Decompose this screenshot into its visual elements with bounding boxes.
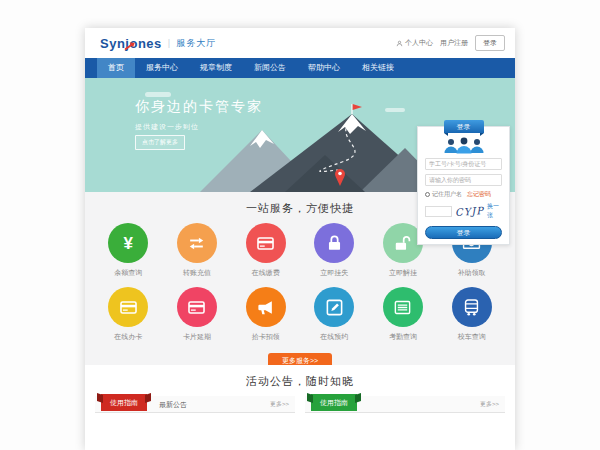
service-label: 拾卡招领 — [252, 332, 280, 342]
register-link[interactable]: 用户注册 — [440, 38, 468, 48]
megaphone-icon[interactable] — [246, 287, 286, 327]
service-item-0[interactable]: ¥余额查询 — [94, 223, 163, 278]
desktop-background: Synjones | 服务大厅 个人中心 用户注册 登录 首页服务中心规章制度新… — [0, 0, 600, 450]
hero-banner: 你身边的卡管专家 提供建设一步到位 点击了解更多 登录 记住用户名 忘记密码 — [85, 78, 515, 192]
login-panel: 登录 记住用户名 忘记密码 CYJP 换一张 登录 — [417, 126, 510, 245]
guide-panel: 使用指南 最新公告 更多>> — [95, 396, 295, 413]
login-tab[interactable]: 登录 — [444, 120, 484, 133]
lock-icon[interactable] — [314, 223, 354, 263]
header-links: 个人中心 用户注册 登录 — [396, 28, 505, 58]
service-item-11[interactable]: 校车查询 — [437, 287, 506, 342]
remember-label: 记住用户名 — [432, 190, 462, 199]
password-input[interactable] — [425, 174, 502, 186]
users-avatar-icon — [442, 137, 486, 154]
service-label: 补助领取 — [458, 268, 486, 278]
nav-item-3[interactable]: 新闻公告 — [243, 58, 297, 78]
nav-item-5[interactable]: 相关链接 — [351, 58, 405, 78]
logo[interactable]: Synjones | 服务大厅 — [100, 28, 216, 58]
captcha-image[interactable]: CYJP — [455, 205, 485, 218]
cloud-shape — [145, 92, 171, 97]
main-nav: 首页服务中心规章制度新闻公告帮助中心相关链接 — [85, 58, 515, 78]
nav-item-4[interactable]: 帮助中心 — [297, 58, 351, 78]
card-icon[interactable] — [108, 287, 148, 327]
remember-checkbox[interactable] — [425, 192, 430, 197]
captcha-refresh-link[interactable]: 换一张 — [487, 202, 502, 220]
yuan-icon[interactable]: ¥ — [108, 223, 148, 263]
service-label: 考勤查询 — [389, 332, 417, 342]
personal-center-label: 个人中心 — [405, 38, 433, 48]
captcha-input[interactable] — [425, 206, 452, 217]
browser-page: Synjones | 服务大厅 个人中心 用户注册 登录 首页服务中心规章制度新… — [85, 28, 515, 450]
nav-item-2[interactable]: 规章制度 — [189, 58, 243, 78]
list-icon[interactable] — [383, 287, 423, 327]
nav-item-0[interactable]: 首页 — [97, 58, 135, 78]
service-item-6[interactable]: 在线办卡 — [94, 287, 163, 342]
service-item-7[interactable]: 卡片延期 — [163, 287, 232, 342]
personal-center-link[interactable]: 个人中心 — [396, 38, 433, 48]
service-label: 余额查询 — [114, 268, 142, 278]
register-label: 用户注册 — [440, 38, 468, 48]
guide-tab-2[interactable]: 使用指南 — [311, 394, 357, 411]
service-item-2[interactable]: 在线缴费 — [231, 223, 300, 278]
login-submit-button[interactable]: 登录 — [425, 226, 502, 239]
transfer-icon[interactable] — [177, 223, 217, 263]
service-item-1[interactable]: 转账充值 — [163, 223, 232, 278]
service-item-10[interactable]: 考勤查询 — [369, 287, 438, 342]
service-label: 在线办卡 — [114, 332, 142, 342]
announcements-title: 活动公告，随时知晓 — [85, 365, 515, 389]
service-label: 在线缴费 — [252, 268, 280, 278]
service-label: 卡片延期 — [183, 332, 211, 342]
announcements-section: 活动公告，随时知晓 使用指南 最新公告 更多>> 使用指南 更多>> — [85, 365, 515, 413]
card-icon[interactable] — [177, 287, 217, 327]
user-icon — [396, 40, 403, 47]
edit-icon[interactable] — [314, 287, 354, 327]
card-icon[interactable] — [246, 223, 286, 263]
logo-divider: | — [168, 38, 170, 48]
guide-panel-2: 使用指南 更多>> — [305, 396, 505, 413]
guide-more-link-2[interactable]: 更多>> — [480, 396, 499, 413]
service-item-3[interactable]: 立即挂失 — [300, 223, 369, 278]
announcement-panels: 使用指南 最新公告 更多>> 使用指南 更多>> — [85, 396, 515, 413]
service-item-8[interactable]: 拾卡招领 — [231, 287, 300, 342]
captcha-row: CYJP 换一张 — [425, 202, 502, 220]
hero-subtitle: 提供建设一步到位 — [135, 122, 199, 132]
forgot-password-link[interactable]: 忘记密码 — [467, 190, 491, 199]
service-label: 在线预约 — [320, 332, 348, 342]
guide-tab[interactable]: 使用指南 — [101, 394, 147, 411]
nav-item-1[interactable]: 服务中心 — [135, 58, 189, 78]
logo-subtitle: 服务大厅 — [176, 37, 216, 50]
header-login-button[interactable]: 登录 — [475, 35, 505, 51]
guide-more-link[interactable]: 更多>> — [270, 396, 289, 413]
hero-title: 你身边的卡管专家 — [135, 98, 263, 116]
remember-row: 记住用户名 忘记密码 — [425, 190, 502, 199]
hero-more-button[interactable]: 点击了解更多 — [135, 135, 185, 150]
service-label: 转账充值 — [183, 268, 211, 278]
latest-news-tab[interactable]: 最新公告 — [159, 396, 187, 413]
service-label: 校车查询 — [458, 332, 486, 342]
service-label: 立即挂失 — [320, 268, 348, 278]
service-label: 立即解挂 — [389, 268, 417, 278]
site-header: Synjones | 服务大厅 个人中心 用户注册 登录 — [85, 28, 515, 58]
bus-icon[interactable] — [452, 287, 492, 327]
service-item-9[interactable]: 在线预约 — [300, 287, 369, 342]
username-input[interactable] — [425, 158, 502, 170]
